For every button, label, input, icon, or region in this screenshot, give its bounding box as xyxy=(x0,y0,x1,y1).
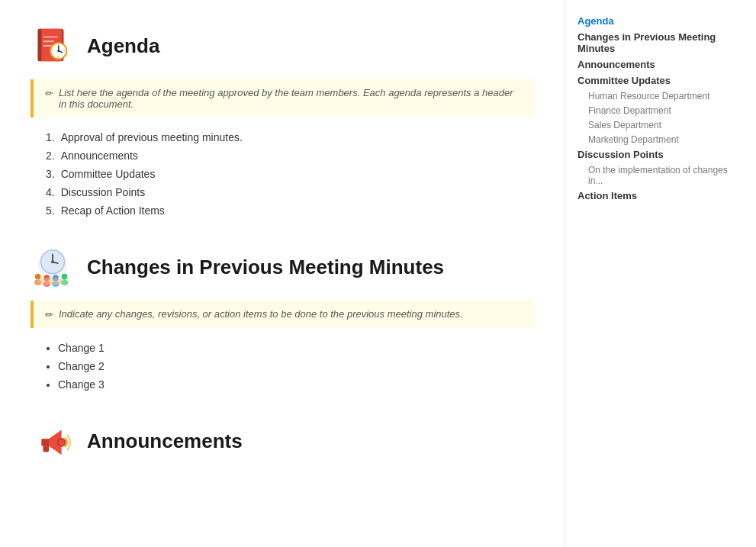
agenda-item-3: Committee Updates xyxy=(46,168,534,180)
changes-section: Changes in Previous Meeting Minutes ✏ In… xyxy=(31,244,534,391)
sidebar-sub-hr[interactable]: Human Resource Department xyxy=(577,91,735,101)
agenda-hint-text: List here the agenda of the meeting appr… xyxy=(59,87,523,110)
changes-list: Change 1 Change 2 Change 3 xyxy=(31,342,534,391)
svg-rect-33 xyxy=(43,445,49,452)
announcements-section: Announcements xyxy=(31,418,534,464)
agenda-item-1: Approval of previous meeting minutes. xyxy=(46,131,534,143)
changes-icon xyxy=(31,244,76,290)
agenda-section: Agenda ✏ List here the agenda of the mee… xyxy=(31,23,534,217)
svg-point-28 xyxy=(38,278,65,285)
sidebar-sub-marketing[interactable]: Marketing Department xyxy=(577,134,735,145)
change-item-1: Change 1 xyxy=(58,342,534,354)
announcements-header: Announcements xyxy=(31,418,534,464)
changes-header: Changes in Previous Meeting Minutes xyxy=(31,244,534,290)
main-content: Agenda ✏ List here the agenda of the mee… xyxy=(0,0,565,547)
agenda-title: Agenda xyxy=(87,34,159,58)
changes-hint-text: Indicate any changes, revisions, or acti… xyxy=(59,308,463,320)
svg-rect-5 xyxy=(38,29,42,62)
sidebar-group-committee[interactable]: Committee Updates Human Resource Departm… xyxy=(577,75,735,145)
agenda-list: Approval of previous meeting minutes. An… xyxy=(31,131,534,217)
sidebar-group-announcements[interactable]: Announcements xyxy=(577,59,735,70)
svg-point-26 xyxy=(62,274,68,280)
changes-title: Changes in Previous Meeting Minutes xyxy=(87,256,444,279)
agenda-icon-svg xyxy=(31,23,75,67)
agenda-item-4: Discussion Points xyxy=(46,186,534,198)
agenda-header: Agenda xyxy=(31,23,534,69)
pencil-icon-2: ✏ xyxy=(44,309,53,320)
sidebar: Agenda Changes in Previous Meeting Minut… xyxy=(565,0,748,547)
svg-point-31 xyxy=(59,439,65,446)
changes-icon-svg xyxy=(31,244,75,288)
svg-rect-32 xyxy=(42,439,50,446)
sidebar-item-action[interactable]: Action Items xyxy=(577,190,735,201)
sidebar-group-action[interactable]: Action Items xyxy=(577,190,735,201)
sidebar-sub-sales[interactable]: Sales Department xyxy=(577,120,735,130)
svg-rect-3 xyxy=(43,40,54,42)
sidebar-sub-finance[interactable]: Finance Department xyxy=(577,105,735,116)
sidebar-item-committee[interactable]: Committee Updates xyxy=(577,75,735,86)
changes-hint-box: ✏ Indicate any changes, revisions, or ac… xyxy=(31,301,534,328)
sidebar-item-announcements[interactable]: Announcements xyxy=(577,59,735,70)
svg-point-20 xyxy=(35,274,41,280)
sidebar-group-agenda[interactable]: Agenda xyxy=(577,15,735,27)
agenda-icon xyxy=(31,23,76,69)
change-item-3: Change 3 xyxy=(58,378,534,391)
sidebar-item-agenda[interactable]: Agenda xyxy=(577,15,735,27)
sidebar-item-changes[interactable]: Changes in Previous Meeting Minutes xyxy=(577,31,735,54)
svg-rect-2 xyxy=(43,36,57,37)
announcements-icon-svg xyxy=(31,418,75,462)
sidebar-sub-discussion-1[interactable]: On the implementation of changes in... xyxy=(577,165,735,186)
sidebar-item-discussion[interactable]: Discussion Points xyxy=(577,149,735,160)
change-item-2: Change 2 xyxy=(58,360,534,372)
announcements-icon xyxy=(31,418,76,464)
announcements-title: Announcements xyxy=(87,430,243,453)
sidebar-group-discussion[interactable]: Discussion Points On the implementation … xyxy=(577,149,735,186)
agenda-hint-box: ✏ List here the agenda of the meeting ap… xyxy=(31,79,534,117)
pencil-icon: ✏ xyxy=(44,88,53,99)
sidebar-group-changes[interactable]: Changes in Previous Meeting Minutes xyxy=(577,31,735,54)
agenda-item-2: Announcements xyxy=(46,150,534,162)
agenda-item-5: Recap of Action Items xyxy=(46,204,534,217)
